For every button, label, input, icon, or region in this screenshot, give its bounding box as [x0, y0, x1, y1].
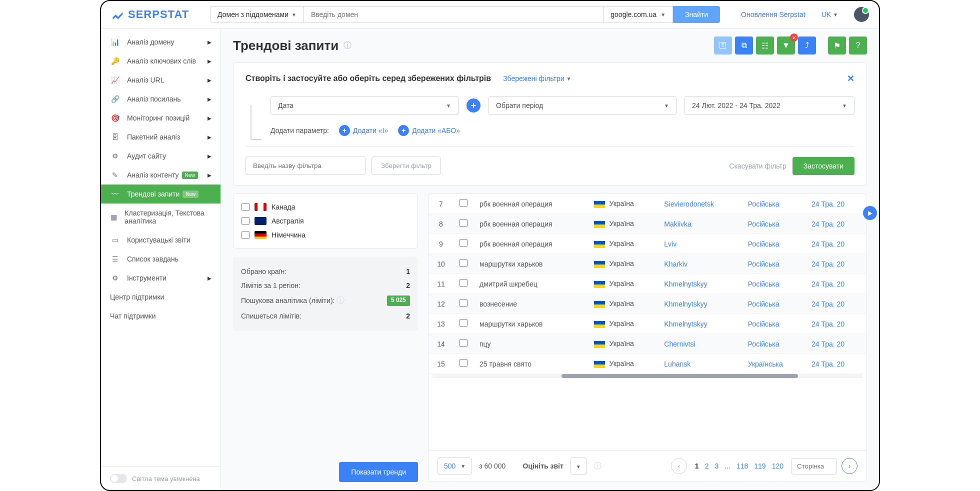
per-page-select[interactable]: 500▼ [438, 458, 472, 474]
date-link[interactable]: 24 Тра. 20 [812, 320, 844, 328]
city-link[interactable]: Sievierodonetsk [664, 200, 714, 208]
date-link[interactable]: 24 Тра. 20 [812, 300, 844, 308]
next-page-button[interactable]: › [842, 458, 858, 474]
sidebar-item-6[interactable]: ⚙Аудит сайту▶ [101, 146, 220, 166]
country-item[interactable]: Австралія [240, 214, 412, 228]
filter-button[interactable]: ▼✕ [777, 36, 795, 54]
sidebar-item-1[interactable]: 🔑Аналіз ключових слів▶ [101, 52, 220, 70]
updates-link[interactable]: Оновлення Serpstat [741, 10, 806, 18]
support-chat[interactable]: Чат підтримки [101, 306, 220, 326]
page-input[interactable] [792, 458, 836, 474]
sidebar-item-10[interactable]: ▭Користувацькі звіти [101, 230, 220, 250]
city-link[interactable]: Luhansk [664, 360, 690, 368]
search-engine-select[interactable]: google.com.ua▼ [604, 6, 673, 23]
date-link[interactable]: 24 Тра. 20 [812, 220, 844, 228]
country-checkbox[interactable] [242, 203, 250, 211]
row-checkbox[interactable] [460, 339, 468, 347]
row-checkbox[interactable] [460, 359, 468, 367]
prev-page-button[interactable]: ‹ [671, 458, 687, 474]
help-button[interactable]: ? [849, 36, 867, 54]
page-link[interactable]: 3 [712, 460, 722, 472]
add-or-button[interactable]: +Додати «АБО» [398, 125, 460, 136]
sidebar-item-12[interactable]: ⚙Інструменти▶ [101, 268, 220, 288]
row-checkbox[interactable] [460, 279, 468, 287]
date-link[interactable]: 24 Тра. 20 [812, 260, 844, 268]
row-checkbox[interactable] [460, 319, 468, 327]
country-checkbox[interactable] [242, 217, 250, 225]
save-filter-button[interactable]: Зберегти фільтр [372, 156, 441, 175]
row-checkbox[interactable] [460, 219, 468, 227]
add-and-button[interactable]: +Додати «І» [339, 125, 388, 136]
date-link[interactable]: 24 Тра. 20 [812, 360, 844, 368]
row-checkbox[interactable] [460, 259, 468, 267]
sidebar-item-3[interactable]: 🔗Аналіз посилань▶ [101, 90, 220, 108]
rate-select[interactable]: ▼ [570, 458, 586, 474]
lang-link[interactable]: Російська [748, 340, 780, 348]
avatar[interactable] [854, 7, 869, 22]
page-link[interactable]: 2 [702, 460, 712, 472]
sidebar-item-5[interactable]: 🗄Пакетний аналіз▶ [101, 128, 220, 146]
key-button[interactable]: ⚿ [714, 36, 732, 54]
page-link[interactable]: 118 [734, 460, 751, 472]
filter-period-select[interactable]: Обрати період▼ [488, 96, 676, 115]
date-link[interactable]: 24 Тра. 20 [812, 200, 844, 208]
theme-toggle[interactable]: Світла тема увімкнена [110, 474, 212, 483]
sidebar-item-2[interactable]: 📈Аналіз URL▶ [101, 70, 220, 90]
feedback-button[interactable]: ⚑ [828, 36, 846, 54]
city-link[interactable]: Chernivtsi [664, 340, 695, 348]
lang-link[interactable]: Російська [748, 220, 780, 228]
lang-link[interactable]: Російська [748, 280, 780, 288]
apply-filter-button[interactable]: Застосувати [792, 157, 854, 175]
close-filter-button[interactable]: ✕ [847, 73, 854, 84]
language-select[interactable]: UK▼ [822, 10, 838, 18]
cancel-filter-button[interactable]: Скасувати фільтр [729, 162, 786, 170]
country-item[interactable]: Німеччина [240, 228, 412, 242]
show-trends-button[interactable]: Показати тренди [339, 462, 418, 482]
row-checkbox[interactable] [460, 239, 468, 247]
scroll-right-button[interactable]: ▶ [863, 206, 877, 220]
date-link[interactable]: 24 Тра. 20 [812, 280, 844, 288]
lang-link[interactable]: Російська [748, 320, 780, 328]
info-icon[interactable]: ⓘ [336, 296, 344, 304]
sidebar-item-9[interactable]: ▦Кластеризація, Текстова аналітика [101, 204, 220, 230]
domain-type-select[interactable]: Домен з піддоменами▼ [210, 6, 304, 23]
city-link[interactable]: Makiivka [664, 220, 691, 228]
support-center[interactable]: Центр підтримки [101, 288, 220, 306]
sidebar-item-11[interactable]: ☰Список завдань [101, 250, 220, 268]
city-link[interactable]: Lviv [664, 240, 676, 248]
city-link[interactable]: Khmelnytskyy [664, 280, 707, 288]
domain-input[interactable] [304, 6, 604, 23]
country-checkbox[interactable] [242, 231, 250, 239]
saved-filters-link[interactable]: Збережені фільтри ▼ [503, 74, 571, 82]
page-link[interactable]: 119 [751, 460, 768, 472]
copy-button[interactable]: ⧉ [735, 36, 753, 54]
close-icon[interactable]: ✕ [790, 34, 798, 42]
columns-button[interactable]: ☷ [756, 36, 774, 54]
city-link[interactable]: Kharkiv [664, 260, 688, 268]
lang-link[interactable]: Українська [748, 360, 783, 368]
sidebar-item-0[interactable]: 📊Аналіз домену▶ [101, 32, 220, 52]
sidebar-item-4[interactable]: 🎯Моніторинг позицій▶ [101, 108, 220, 128]
lang-link[interactable]: Російська [748, 300, 780, 308]
page-link[interactable]: 1 [692, 460, 702, 472]
filter-daterange-select[interactable]: 24 Лют. 2022 - 24 Тра. 2022▼ [684, 96, 854, 115]
sidebar-item-7[interactable]: ✎Аналіз контентуNew▶ [101, 166, 220, 184]
info-icon[interactable]: ⓘ [594, 461, 602, 472]
sidebar-item-8[interactable]: 〰Трендові запитиNew [101, 184, 220, 204]
lang-link[interactable]: Російська [748, 200, 780, 208]
row-checkbox[interactable] [460, 199, 468, 207]
city-link[interactable]: Khmelnytskyy [664, 320, 707, 328]
country-item[interactable]: Канада [240, 200, 412, 214]
date-link[interactable]: 24 Тра. 20 [812, 340, 844, 348]
page-link[interactable]: 120 [769, 460, 786, 472]
info-icon[interactable]: ⓘ [344, 40, 352, 51]
export-button[interactable]: ⤴ [798, 36, 816, 54]
lang-link[interactable]: Російська [748, 240, 780, 248]
lang-link[interactable]: Російська [748, 260, 780, 268]
row-checkbox[interactable] [460, 299, 468, 307]
filter-field-select[interactable]: Дата▼ [270, 96, 458, 115]
filter-name-input[interactable] [246, 156, 366, 175]
find-button[interactable]: Знайти [673, 6, 720, 23]
date-link[interactable]: 24 Тра. 20 [812, 240, 844, 248]
city-link[interactable]: Khmelnytskyy [664, 300, 707, 308]
